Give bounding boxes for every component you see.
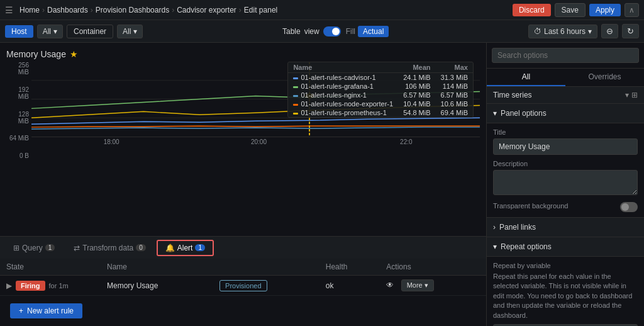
- chart-title-row: Memory Usage ★: [6, 49, 480, 59]
- toolbar-center: Table view Fill Actual: [148, 26, 523, 37]
- breadcrumb-provision[interactable]: Provision Dashboards: [96, 6, 169, 14]
- transparent-toggle[interactable]: [620, 202, 638, 212]
- breadcrumb-edit: Edit panel: [244, 6, 277, 14]
- query-badge: 1: [45, 244, 55, 251]
- container-all-dropdown[interactable]: All ▾: [117, 25, 143, 38]
- tab-query[interactable]: ⊞ Query 1: [5, 240, 63, 256]
- host-all-dropdown[interactable]: All ▾: [37, 25, 63, 38]
- legend-mean-cell: 6.57 MiB: [398, 91, 435, 99]
- bell-icon: 🔔: [165, 244, 175, 252]
- transform-icon: ⇄: [74, 244, 80, 252]
- chart-body: 18:00 20:00 22:0 Name Mean Max: [31, 62, 480, 159]
- x-axis: 18:00 20:00 22:0: [31, 138, 480, 145]
- alert-badge: 1: [195, 244, 205, 251]
- legend-row: 01-alert-rules-node-exporter-1 10.4 MiB …: [288, 99, 473, 108]
- state-cell: ▶ Firing for 1m: [0, 276, 101, 296]
- breadcrumb-home[interactable]: Home: [19, 6, 40, 14]
- breadcrumb-cadvisor[interactable]: Cadvisor exporter: [177, 6, 236, 14]
- panel-links-label: Panel links: [499, 223, 536, 232]
- legend-row: 01-alert-rules-prometheus-1 54.8 MiB 69.…: [288, 108, 473, 117]
- transparent-toggle-row: Transparent background: [493, 202, 638, 212]
- panel-tab-overrides[interactable]: Overrides: [565, 69, 644, 86]
- container-chevron-icon: ▾: [133, 27, 137, 36]
- repeat-options-header[interactable]: ▾ Repeat options: [487, 237, 644, 257]
- tab-alert[interactable]: 🔔 Alert 1: [157, 240, 214, 256]
- secondary-toolbar: Host All ▾ Container All ▾ Table view Fi…: [0, 20, 644, 43]
- col-health: Health: [319, 259, 380, 276]
- chart-area: 256 MiB 192 MiB 128 MiB 64 MiB 0 B: [6, 62, 480, 159]
- firing-badge: Firing: [16, 281, 45, 291]
- panel-links-header[interactable]: › Panel links: [487, 218, 644, 237]
- title-input[interactable]: [493, 138, 638, 155]
- x-axis-label-2: 20:00: [185, 138, 332, 145]
- panel-tab-all[interactable]: All: [487, 69, 565, 86]
- more-label: More: [407, 281, 423, 289]
- viz-selector: Time series ▾ ⊞: [487, 87, 644, 104]
- collapse-button[interactable]: ∧: [625, 3, 639, 17]
- alert-table-area: State Name Health Actions ▶ Firing: [0, 259, 486, 326]
- more-button[interactable]: More ▾: [401, 279, 434, 291]
- host-chevron-icon: ▾: [53, 27, 57, 36]
- health-cell: ok: [319, 276, 380, 296]
- legend-mean-cell: 10.4 MiB: [398, 99, 435, 108]
- transform-badge: 0: [136, 244, 146, 251]
- col-actions: Actions: [380, 259, 486, 276]
- viz-label: Time series: [493, 91, 532, 99]
- legend-row: 01-alert-rules-nginx-1 6.57 MiB 6.57 MiB: [288, 91, 473, 99]
- actual-button[interactable]: Actual: [358, 26, 389, 37]
- col-empty: [213, 259, 319, 276]
- transform-label: Transform data: [82, 244, 133, 252]
- clock-icon: ⏱: [534, 27, 541, 36]
- transparent-label: Transparent background: [493, 202, 568, 210]
- eye-icon[interactable]: 👁: [386, 281, 394, 289]
- panel-area: Memory Usage ★ 256 MiB 192 MiB 128 MiB 6…: [0, 43, 487, 326]
- plus-icon: +: [19, 306, 23, 315]
- description-input[interactable]: [493, 170, 638, 195]
- viz-expand-icon[interactable]: ⊞: [631, 91, 638, 99]
- apply-button[interactable]: Apply: [589, 4, 621, 16]
- chart-container: Memory Usage ★ 256 MiB 192 MiB 128 MiB 6…: [0, 43, 486, 236]
- legend-max-cell: 114 MiB: [436, 82, 473, 91]
- panel-options-header[interactable]: ▾ Panel options: [487, 104, 644, 123]
- repeat-options-label: Repeat options: [501, 242, 552, 251]
- save-button[interactable]: Save: [555, 3, 586, 17]
- repeat-options-content: Repeat by variable Repeat this panel for…: [487, 257, 644, 326]
- x-axis-label-3: 22:0: [333, 138, 480, 145]
- repeat-by-var-desc: Repeat this panel for each value in the …: [493, 272, 638, 320]
- tabs-bar: ⊞ Query 1 ⇄ Transform data 0 🔔 Alert 1: [0, 236, 486, 259]
- menu-icon[interactable]: ☰: [5, 5, 13, 15]
- container-all-label: All: [123, 27, 131, 36]
- more-chevron-icon: ▾: [425, 281, 428, 289]
- discard-button[interactable]: Discard: [513, 4, 551, 16]
- star-icon[interactable]: ★: [70, 49, 78, 59]
- y-axis-label-2: 192 MiB: [6, 86, 29, 100]
- zoom-button[interactable]: ⊖: [601, 24, 618, 38]
- legend-name-header: Name: [288, 62, 398, 73]
- refresh-button[interactable]: ↻: [622, 24, 639, 38]
- main-area: Memory Usage ★ 256 MiB 192 MiB 128 MiB 6…: [0, 43, 644, 326]
- viz-chevron-icon[interactable]: ▾: [625, 91, 629, 99]
- panel-tabs: All Overrides: [487, 69, 644, 87]
- alert-table: State Name Health Actions ▶ Firing: [0, 259, 486, 296]
- container-button[interactable]: Container: [67, 25, 113, 38]
- tab-transform[interactable]: ⇄ Transform data 0: [65, 240, 153, 256]
- new-alert-button[interactable]: + New alert rule: [10, 303, 82, 318]
- search-input[interactable]: [492, 48, 639, 63]
- y-axis-label-4: 64 MiB: [6, 135, 29, 142]
- expand-arrow-icon[interactable]: ▶: [6, 281, 12, 290]
- legend-max-cell: 31.3 MiB: [436, 73, 473, 82]
- legend-table: Name Mean Max 01-alert-rules-cadvisor-1 …: [287, 62, 474, 118]
- breadcrumb-dashboards[interactable]: Dashboards: [47, 6, 88, 14]
- time-range-button[interactable]: ⏱ Last 6 hours ▾: [528, 25, 597, 38]
- legend-mean-cell: 54.8 MiB: [398, 108, 435, 117]
- table-view-switch[interactable]: [323, 26, 341, 37]
- legend-name-cell: 01-alert-rules-cadvisor-1: [288, 73, 398, 82]
- host-button[interactable]: Host: [5, 25, 33, 38]
- panel-options-label: Panel options: [501, 109, 547, 118]
- legend-name-cell: 01-alert-rules-node-exporter-1: [288, 99, 398, 108]
- legend-max-cell: 69.4 MiB: [436, 108, 473, 117]
- legend-mean-cell: 24.1 MiB: [398, 73, 435, 82]
- new-alert-area: + New alert rule: [0, 296, 486, 326]
- repeat-options-chevron-icon: ▾: [493, 242, 497, 251]
- legend-name-cell: 01-alert-rules-grafana-1: [288, 82, 398, 91]
